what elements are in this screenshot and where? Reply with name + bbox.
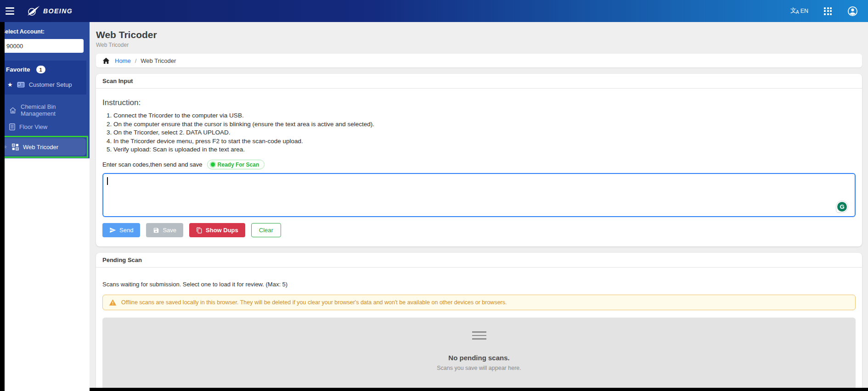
boeing-logo: BOEING [27, 5, 73, 17]
boeing-swoosh-icon [27, 5, 40, 17]
paper-plane-icon [109, 227, 116, 234]
save-disk-icon [153, 227, 159, 234]
instruction-step: Verify upload: Scan is uploaded in the t… [113, 146, 856, 153]
sidebar-menu: ★ Chemical Bin Management ★ Floor View [0, 102, 90, 158]
breadcrumb-home-link[interactable]: Home [115, 57, 131, 64]
selected-item-highlight: ★ Web Tricoder [0, 136, 88, 158]
warning-triangle-icon [109, 299, 117, 306]
favorite-section: Favorite 1 ★ Customer Setup [0, 61, 86, 95]
empty-state-title: No pending scans. [448, 354, 509, 362]
page-title: Web Tricoder [96, 29, 862, 40]
pending-scan-card: Pending Scan Scans waiting for submissio… [96, 253, 862, 391]
apps-grid-icon[interactable] [824, 7, 832, 15]
breadcrumb-home-icon [102, 57, 110, 64]
status-badge-text: Ready For Scan [218, 162, 259, 168]
breadcrumb-separator: / [135, 57, 137, 64]
sidebar-item-label: Web Tricoder [23, 144, 58, 151]
status-badge: Ready For Scan [207, 160, 265, 169]
sidebar-item-customer-setup[interactable]: ★ Customer Setup [0, 81, 86, 88]
menu-toggle-icon[interactable] [5, 6, 15, 17]
grammarly-icon[interactable]: G [836, 201, 848, 213]
id-card-icon [17, 82, 25, 88]
scan-textarea-label: Enter scan codes,then send and save [102, 161, 203, 168]
sidebar-item-label: Customer Setup [29, 81, 72, 88]
translate-icon: 文A [790, 7, 799, 15]
send-button[interactable]: Send [102, 223, 140, 237]
show-dups-button[interactable]: Show Dups [189, 223, 245, 237]
list-icon [472, 331, 486, 340]
sidebar-menu-panel: Select Account: Favorite 1 ★ Customer Se… [0, 22, 90, 158]
sidebar: Select Account: Favorite 1 ★ Customer Se… [0, 22, 90, 391]
sidebar-item-web-tricoder[interactable]: ★ Web Tricoder [3, 138, 86, 156]
pending-scans-empty-state: No pending scans. Scans you save will ap… [102, 318, 856, 391]
home-icon [9, 107, 17, 114]
account-input[interactable] [0, 39, 84, 53]
sidebar-item-label: Chemical Bin Management [21, 103, 90, 117]
save-button[interactable]: Save [146, 223, 183, 237]
instruction-step: On the computer ensure that the cursor i… [113, 121, 856, 128]
instruction-step: On the Tricorder, select 2. DATA UPLOAD. [113, 129, 856, 136]
star-icon[interactable]: ★ [7, 81, 13, 88]
instruction-step: In the Tricorder device menu, press F2 t… [113, 138, 856, 145]
account-icon[interactable] [847, 6, 858, 17]
copy-icon [196, 227, 203, 234]
offline-warning-banner: Offline scans are saved locally in this … [102, 295, 856, 310]
pending-scan-section-title: Pending Scan [96, 253, 862, 268]
qr-grid-icon [12, 144, 19, 151]
status-dot-icon [211, 162, 215, 167]
scan-input-card: Scan Input Instruction: Connect the Tric… [96, 74, 862, 246]
sidebar-item-floor-view[interactable]: ★ Floor View [0, 118, 90, 135]
top-navbar: BOEING 文A EN [0, 0, 868, 22]
breadcrumb-current: Web Tricoder [141, 57, 176, 64]
page-subtitle: Web Tricoder [96, 42, 862, 48]
sidebar-item-chemical-bin-management[interactable]: ★ Chemical Bin Management [0, 102, 90, 118]
instruction-list: Connect the Tricorder to the computer vi… [106, 112, 856, 153]
scan-codes-textarea[interactable] [102, 173, 856, 217]
select-account-label: Select Account: [1, 28, 90, 35]
clear-button[interactable]: Clear [251, 223, 281, 237]
scan-input-section-title: Scan Input [96, 74, 862, 89]
breadcrumb: Home / Web Tricoder [96, 54, 862, 67]
sidebar-item-label: Floor View [19, 123, 47, 130]
pending-scan-description: Scans waiting for submission. Select one… [102, 281, 856, 288]
text-cursor [107, 177, 108, 185]
language-code: EN [800, 8, 808, 14]
favorite-count-badge: 1 [36, 66, 45, 73]
bottom-edge-bar [90, 388, 868, 391]
instruction-step: Connect the Tricorder to the computer vi… [113, 112, 856, 119]
brand-text: BOEING [43, 7, 73, 15]
instruction-title: Instruction: [102, 98, 856, 107]
empty-state-caption: Scans you save will appear here. [437, 365, 521, 371]
language-selector[interactable]: 文A EN [790, 7, 808, 15]
document-icon [9, 123, 15, 130]
offline-warning-text: Offline scans are saved locally in this … [121, 299, 507, 306]
main-content: Web Tricoder Web Tricoder Home / Web Tri… [90, 22, 868, 391]
favorite-label: Favorite [6, 66, 30, 73]
left-edge-bar [0, 22, 5, 391]
